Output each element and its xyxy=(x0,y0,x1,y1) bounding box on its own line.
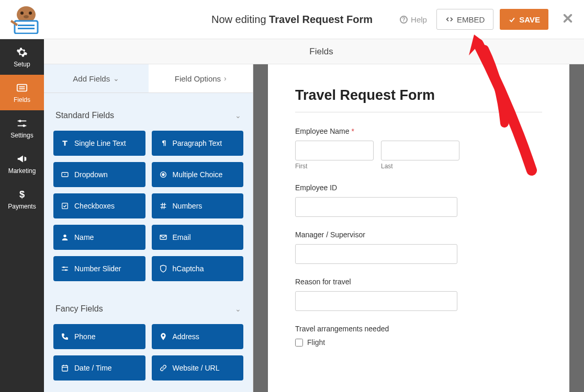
subheader-label: Fields xyxy=(309,47,333,57)
field-multiple-choice[interactable]: Multiple Choice xyxy=(152,162,244,187)
help-label: Help xyxy=(411,15,427,24)
standard-fields-grid: Single Line Text Paragraph Text Dropdown… xyxy=(53,131,243,281)
label-employee-name: Employee Name * xyxy=(295,127,542,135)
input-reason[interactable] xyxy=(295,291,457,311)
sublabel-last: Last xyxy=(381,163,459,170)
section-fancy-fields[interactable]: Fancy Fields ⌄ xyxy=(53,296,243,324)
code-icon xyxy=(445,15,454,24)
svg-text:$: $ xyxy=(19,189,25,200)
svg-point-13 xyxy=(19,120,21,122)
hash-icon xyxy=(159,202,167,210)
check-icon xyxy=(508,16,516,24)
svg-point-3 xyxy=(24,15,29,18)
svg-rect-27 xyxy=(62,365,68,371)
nav-marketing-label: Marketing xyxy=(8,167,36,175)
required-marker: * xyxy=(350,127,354,135)
field-reason[interactable]: Reason for travel xyxy=(295,278,542,311)
calendar-icon xyxy=(61,364,69,372)
pin-icon xyxy=(159,332,167,341)
label-manager: Manager / Supervisor xyxy=(295,230,542,239)
help-link[interactable]: ? Help xyxy=(400,15,430,24)
field-number-slider[interactable]: Number Slider xyxy=(53,256,145,281)
field-single-line-text[interactable]: Single Line Text xyxy=(53,131,145,156)
field-arrangements[interactable]: Travel arrangements needed Flight xyxy=(295,325,542,347)
nav-fields[interactable]: Fields xyxy=(0,75,44,110)
svg-rect-20 xyxy=(62,203,68,209)
email-icon xyxy=(159,233,167,241)
gear-icon xyxy=(16,47,28,58)
nav-settings[interactable]: Settings xyxy=(0,110,44,146)
phone-icon xyxy=(61,332,69,341)
sliders-icon xyxy=(16,118,28,129)
link-icon xyxy=(159,364,167,372)
svg-point-19 xyxy=(162,173,164,176)
form-name: Travel Request Form xyxy=(269,14,373,25)
section-fancy-label: Fancy Fields xyxy=(55,304,103,314)
input-last-name[interactable] xyxy=(381,141,459,160)
field-dropdown[interactable]: Dropdown xyxy=(53,162,145,187)
chevron-down-icon: ⌄ xyxy=(113,74,119,83)
field-paragraph-text[interactable]: Paragraph Text xyxy=(152,131,244,156)
svg-rect-6 xyxy=(18,28,35,29)
bullhorn-icon xyxy=(16,153,28,165)
chevron-right-icon: › xyxy=(224,74,227,83)
form-card: Travel Request Form Employee Name * Firs… xyxy=(268,64,569,392)
field-email[interactable]: Email xyxy=(152,225,244,250)
nav-settings-label: Settings xyxy=(10,132,33,139)
field-numbers[interactable]: Numbers xyxy=(152,193,244,218)
section-standard-label: Standard Fields xyxy=(55,111,114,120)
field-manager[interactable]: Manager / Supervisor xyxy=(295,230,542,264)
field-checkboxes[interactable]: Checkboxes xyxy=(53,193,145,218)
section-standard-fields[interactable]: Standard Fields ⌄ xyxy=(53,102,243,131)
field-employee-name[interactable]: Employee Name * First Last xyxy=(295,127,542,170)
field-employee-id[interactable]: Employee ID xyxy=(295,183,542,217)
tab-add-fields[interactable]: Add Fields ⌄ xyxy=(44,64,149,93)
input-first-name[interactable] xyxy=(295,141,374,160)
svg-point-15 xyxy=(23,124,25,127)
divider xyxy=(295,112,542,112)
label-employee-id: Employee ID xyxy=(295,183,542,192)
nav-marketing[interactable]: Marketing xyxy=(0,146,44,181)
tab-field-options[interactable]: Field Options › xyxy=(149,64,253,93)
field-hcaptcha[interactable]: hCaptcha xyxy=(152,256,244,281)
svg-point-21 xyxy=(63,235,66,237)
nav-payments[interactable]: $ Payments xyxy=(0,181,44,217)
save-button[interactable]: SAVE xyxy=(500,9,548,30)
checkbox-flight[interactable] xyxy=(295,339,303,347)
label-arrangements: Travel arrangements needed xyxy=(295,325,542,333)
input-manager[interactable] xyxy=(295,244,457,264)
dollar-icon: $ xyxy=(16,189,28,200)
chevron-down-icon: ⌄ xyxy=(235,111,241,120)
panel-tabs: Add Fields ⌄ Field Options › xyxy=(44,64,253,93)
chevron-down-icon: ⌄ xyxy=(235,305,241,313)
text-icon xyxy=(61,139,69,147)
subheader: Fields xyxy=(44,39,584,64)
close-icon xyxy=(562,13,574,24)
checkbox-icon xyxy=(61,202,69,210)
svg-rect-9 xyxy=(17,84,27,91)
editing-prefix: Now editing xyxy=(211,14,269,25)
shield-icon xyxy=(159,264,167,273)
editing-title: Now editing Travel Request Form xyxy=(211,14,373,26)
field-address[interactable]: Address xyxy=(152,324,244,349)
list-icon xyxy=(16,82,28,94)
nav-fields-label: Fields xyxy=(14,96,30,103)
paragraph-icon xyxy=(159,139,167,147)
option-flight: Flight xyxy=(307,338,325,347)
form-preview: Travel Request Form Employee Name * Firs… xyxy=(253,39,584,392)
fields-panel: Add Fields ⌄ Field Options › Standard Fi… xyxy=(44,39,253,392)
field-phone[interactable]: Phone xyxy=(53,324,145,349)
field-website[interactable]: Website / URL xyxy=(152,355,244,381)
field-name[interactable]: Name xyxy=(53,225,145,250)
svg-point-1 xyxy=(20,11,24,15)
label-reason: Reason for travel xyxy=(295,278,542,286)
nav-setup-label: Setup xyxy=(14,61,30,68)
input-employee-id[interactable] xyxy=(295,197,457,217)
close-button[interactable] xyxy=(562,13,574,26)
save-label: SAVE xyxy=(519,15,540,24)
slider-icon xyxy=(61,264,69,273)
embed-button[interactable]: EMBED xyxy=(436,9,493,30)
nav-setup[interactable]: Setup xyxy=(0,39,44,75)
field-datetime[interactable]: Date / Time xyxy=(53,355,145,381)
embed-label: EMBED xyxy=(457,15,485,24)
